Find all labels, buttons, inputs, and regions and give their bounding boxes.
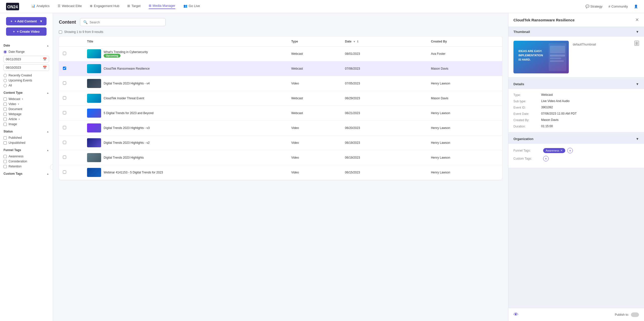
type-image-checkbox[interactable]: Image: [4, 122, 49, 127]
awareness-tag: Awareness ✕: [543, 148, 565, 153]
row-checkbox[interactable]: [63, 126, 66, 129]
details-section-header[interactable]: Details ▼: [508, 79, 644, 89]
table-row[interactable]: Digital Trends 2023 Highlights - v2 Vide…: [59, 135, 502, 150]
row-checkbox[interactable]: [63, 81, 66, 85]
status-published-checkbox[interactable]: Published: [4, 135, 49, 140]
th-title[interactable]: Title: [83, 37, 287, 47]
table-row[interactable]: Digital Trends 2023 Highlights - v4 Vide…: [59, 76, 502, 91]
detail-subtype-field: Sub type: Live Video And Audio: [513, 99, 639, 103]
row-checkbox[interactable]: [63, 156, 66, 159]
all-radio[interactable]: All: [4, 83, 49, 88]
row-checkbox[interactable]: [63, 52, 66, 55]
row-title-cell: Digital Trends 2023 Highlights - v4: [83, 76, 287, 91]
go-live-icon: 👥: [183, 4, 187, 8]
row-created-by-cell: Henry Lawson: [427, 165, 502, 180]
row-created-by-cell: Ava Foster: [427, 47, 502, 61]
row-checkbox[interactable]: [63, 170, 66, 174]
table-row[interactable]: CloudTek Insider Threat Event Webcast 06…: [59, 91, 502, 106]
th-created-by[interactable]: Created By: [427, 37, 502, 47]
date-section-header[interactable]: Date ▲: [4, 44, 49, 47]
funnel-tags-header[interactable]: Funnel Tags ▲: [4, 148, 49, 152]
row-type-cell: Video: [287, 121, 341, 135]
table-row[interactable]: What's Trending in Cybersecurity Upcomin…: [59, 47, 502, 61]
create-video-button[interactable]: + + Create Video: [6, 27, 47, 36]
detail-duration-field: Duration: 01:15:00: [513, 124, 639, 128]
row-checkbox[interactable]: [63, 141, 66, 144]
table-row[interactable]: Digital Trends 2023 Highlights - v3 Vide…: [59, 121, 502, 135]
table-row[interactable]: 5 Digital Trends for 2023 and Beyond Web…: [59, 106, 502, 121]
status-unpublished-checkbox[interactable]: Unpublished: [4, 140, 49, 145]
select-all-checkbox[interactable]: [59, 30, 62, 34]
row-checkbox[interactable]: [63, 96, 66, 100]
type-document-checkbox[interactable]: Document: [4, 107, 49, 112]
table-row[interactable]: Webinar 4141153 - 5 Digital Trends for 2…: [59, 165, 502, 180]
row-checkbox-cell: [59, 61, 83, 76]
nav-media-manager[interactable]: ⊞ Media Manager: [149, 4, 175, 9]
search-input[interactable]: [90, 20, 162, 24]
recently-created-radio[interactable]: Recently Created: [4, 73, 49, 78]
svg-text:IS HARD.: IS HARD.: [518, 58, 531, 61]
th-date[interactable]: Date ▼ ℹ: [341, 37, 427, 47]
table-row[interactable]: CloudTek Ransomware Resilience Webcast 0…: [59, 61, 502, 76]
preview-button[interactable]: 👁: [513, 312, 518, 317]
row-created-by-cell: Henry Lawson: [427, 121, 502, 135]
type-webcast-checkbox[interactable]: Webcast ▾: [4, 97, 49, 102]
custom-tags-header[interactable]: Custom Tags ▲: [4, 172, 49, 175]
row-type-cell: Video: [287, 76, 341, 91]
upcoming-events-radio[interactable]: Upcoming Events: [4, 78, 49, 83]
row-checkbox[interactable]: [63, 67, 66, 70]
nav-analytics[interactable]: 📊 Analytics: [31, 4, 50, 9]
thumbnail-section-header[interactable]: Thumbnail ▼: [508, 27, 644, 37]
table-header: Title Type Date ▼ ℹ Created By: [59, 37, 502, 47]
date-range-radio[interactable]: Date Range: [4, 49, 49, 54]
type-article-checkbox[interactable]: Article ▾: [4, 117, 49, 122]
organization-section-header[interactable]: Organization ▼: [508, 134, 644, 144]
row-type-cell: Webcast: [287, 61, 341, 76]
nav-community[interactable]: # Community: [609, 5, 628, 8]
nav-webcast-elite[interactable]: ☰ Webcast Elite: [58, 4, 82, 9]
row-created-by-cell: Henry Lawson: [427, 76, 502, 91]
row-type-cell: Webcast: [287, 106, 341, 121]
custom-tags-row: Custom Tags: +: [513, 156, 639, 161]
type-video-checkbox[interactable]: Video ▾: [4, 102, 49, 107]
row-checkbox[interactable]: [63, 111, 66, 114]
nav-target[interactable]: ⊞ Target: [127, 4, 140, 9]
funnel-consideration-checkbox[interactable]: Consideration: [4, 159, 49, 164]
content-type-chevron: ▲: [47, 91, 49, 94]
funnel-retention-checkbox[interactable]: Retention: [4, 164, 49, 169]
row-title-cell: CloudTek Insider Threat Event: [83, 91, 287, 106]
add-funnel-tag-button[interactable]: +: [567, 148, 573, 153]
row-checkbox-cell: [59, 165, 83, 180]
add-content-button[interactable]: + + Add Content ▾: [6, 17, 47, 25]
type-webpage-checkbox[interactable]: Webpage: [4, 112, 49, 117]
add-custom-tag-button[interactable]: +: [543, 156, 549, 161]
detail-close-button[interactable]: ✕: [635, 17, 639, 23]
date-info-icon[interactable]: ℹ: [357, 40, 358, 43]
nav-user[interactable]: 👤: [634, 5, 638, 8]
status-section: Status ▲ Published Unpublished: [0, 128, 53, 146]
date-to-field[interactable]: 08/10/2023 📅: [4, 64, 49, 71]
organization-chevron-icon: ▼: [636, 137, 639, 141]
row-date-cell: 06/19/2023: [341, 135, 427, 150]
date-section: Date ▲ Date Range 06/11/2023 📅 08/10/202…: [0, 42, 53, 89]
strategy-icon: 💬: [585, 5, 589, 8]
funnel-awareness-checkbox[interactable]: Awareness: [4, 154, 49, 159]
user-icon: 👤: [634, 5, 638, 8]
target-icon: ⊞: [127, 4, 130, 8]
publish-toggle[interactable]: [631, 312, 639, 317]
nav-engagement-hub[interactable]: ⊕ Engagement Hub: [90, 4, 119, 9]
delete-thumbnail-button[interactable]: 🗑: [634, 41, 639, 46]
row-thumbnail: [87, 138, 101, 147]
status-section-header[interactable]: Status ▲: [4, 130, 49, 133]
date-from-field[interactable]: 06/11/2023 📅: [4, 56, 49, 63]
publish-to-label: Publish to:: [615, 313, 629, 316]
details-content: Type: Webcast Sub type: Live Video And A…: [508, 89, 644, 132]
row-date-cell: 07/06/2023: [341, 61, 427, 76]
content-table-body: What's Trending in Cybersecurity Upcomin…: [59, 47, 502, 180]
th-type[interactable]: Type: [287, 37, 341, 47]
remove-awareness-tag-button[interactable]: ✕: [560, 149, 563, 152]
nav-strategy[interactable]: 💬 Strategy: [585, 5, 602, 8]
content-type-header[interactable]: Content Type ▲: [4, 91, 49, 95]
table-row[interactable]: Digital Trends 2023 Highlights Video 06/…: [59, 150, 502, 165]
nav-go-live[interactable]: 👥 Go Live: [183, 4, 200, 9]
